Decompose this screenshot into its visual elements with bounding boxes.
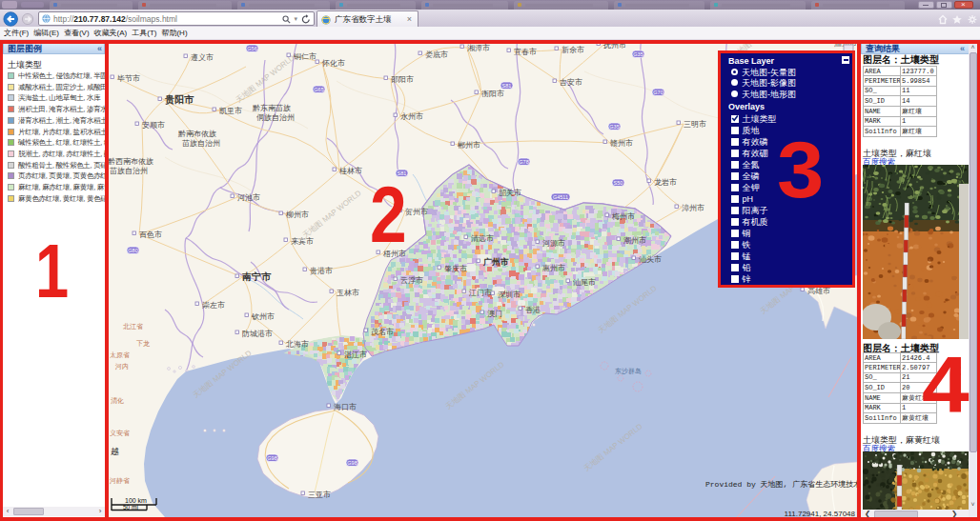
- svg-text:北海市: 北海市: [285, 340, 309, 349]
- svg-text:玉林市: 玉林市: [337, 289, 359, 297]
- svg-text:黔西南布依族: 黔西南布依族: [108, 157, 153, 166]
- svg-text:G70: G70: [653, 90, 663, 95]
- svg-text:三亚市: 三亚市: [308, 491, 331, 499]
- svg-text:遵义市: 遵义市: [191, 53, 214, 62]
- svg-text:新余市: 新余市: [561, 46, 584, 54]
- svg-text:衡阳市: 衡阳市: [481, 90, 504, 98]
- svg-text:梅州市: 梅州市: [611, 212, 635, 221]
- svg-text:宜春市: 宜春市: [514, 48, 537, 56]
- svg-text:苗族自治州: 苗族自治州: [110, 167, 148, 175]
- svg-text:河内: 河内: [114, 363, 129, 371]
- svg-text:汕尾市: 汕尾市: [573, 278, 596, 287]
- svg-text:茂名市: 茂名市: [371, 328, 394, 336]
- svg-text:安顺市: 安顺市: [142, 121, 165, 130]
- svg-text:Provided by 天地图, 广东省生态环境技术研究所: Provided by 天地图, 广东省生态环境技术研究所: [705, 480, 857, 489]
- svg-text:永州市: 永州市: [400, 112, 423, 121]
- svg-text:东沙群岛: 东沙群岛: [615, 368, 642, 375]
- svg-text:北江省: 北江省: [123, 323, 143, 331]
- svg-text:凯里市: 凯里市: [219, 107, 242, 115]
- svg-text:江门市: 江门市: [468, 289, 492, 297]
- svg-text:G78: G78: [519, 159, 528, 165]
- svg-text:侗族自治州: 侗族自治州: [256, 113, 295, 122]
- svg-text:G35: G35: [633, 51, 643, 57]
- svg-text:湛江市: 湛江市: [344, 351, 367, 359]
- svg-text:毕节市: 毕节市: [117, 74, 140, 83]
- svg-text:漳州市: 漳州市: [682, 204, 704, 212]
- svg-text:下龙: 下龙: [136, 340, 150, 347]
- svg-text:惠州市: 惠州市: [541, 264, 565, 272]
- svg-text:韶关市: 韶关市: [499, 189, 521, 197]
- svg-text:吉安市: 吉安市: [560, 78, 582, 87]
- svg-text:潮州市: 潮州市: [623, 236, 646, 245]
- svg-text:云浮市: 云浮市: [400, 276, 423, 285]
- svg-text:清化: 清化: [111, 397, 124, 405]
- svg-text:G4511: G4511: [553, 194, 568, 200]
- svg-text:河池市: 河池市: [237, 193, 260, 202]
- svg-text:百色市: 百色市: [139, 230, 162, 239]
- svg-text:湘潭市: 湘潭市: [467, 44, 490, 52]
- svg-text:龙岩市: 龙岩市: [654, 178, 677, 187]
- svg-text:高雄市: 高雄市: [807, 287, 830, 295]
- svg-text:钦州市: 钦州市: [251, 312, 275, 321]
- svg-text:广州市: 广州市: [482, 257, 509, 267]
- svg-text:汕头市: 汕头市: [639, 255, 662, 264]
- svg-text:崇左市: 崇左市: [202, 301, 225, 310]
- svg-text:南宁市: 南宁市: [242, 271, 272, 282]
- svg-text:郴州市: 郴州市: [458, 141, 480, 150]
- svg-text:G98: G98: [347, 460, 357, 466]
- svg-text:太原省: 太原省: [110, 351, 130, 359]
- svg-text:抚州市: 抚州市: [602, 43, 626, 50]
- svg-text:黔东南苗族: 黔东南苗族: [252, 104, 291, 112]
- svg-text:铜仁市: 铜仁市: [293, 52, 316, 61]
- svg-text:清远市: 清远市: [471, 234, 494, 243]
- svg-text:肇庆市: 肇庆市: [444, 265, 467, 273]
- svg-text:贺州市: 贺州市: [405, 208, 428, 216]
- svg-text:怀化市: 怀化市: [321, 59, 345, 68]
- svg-text:越: 越: [111, 447, 119, 456]
- svg-text:G98: G98: [267, 455, 276, 461]
- svg-text:G35: G35: [609, 124, 619, 130]
- svg-text:111.72941, 24.57048: 111.72941, 24.57048: [785, 510, 856, 517]
- svg-text:河源市: 河源市: [542, 239, 565, 248]
- svg-text:深圳市: 深圳市: [498, 291, 521, 299]
- svg-text:S81: S81: [502, 83, 512, 89]
- svg-text:香港: 香港: [525, 306, 541, 314]
- svg-text:贵阳市: 贵阳市: [164, 94, 194, 105]
- svg-text:苗族自治州: 苗族自治州: [182, 139, 220, 148]
- svg-text:河静省: 河静省: [109, 477, 130, 485]
- svg-text:50 mi: 50 mi: [123, 504, 138, 511]
- svg-text:娄底市: 娄底市: [425, 50, 448, 59]
- svg-text:三明市: 三明市: [684, 120, 706, 129]
- svg-text:S50: S50: [614, 180, 623, 186]
- svg-text:邵阳市: 邵阳市: [391, 75, 414, 84]
- svg-text:海口市: 海口市: [334, 403, 357, 411]
- svg-text:义安省: 义安省: [110, 430, 130, 437]
- svg-text:赣州市: 赣州市: [610, 139, 633, 148]
- svg-text:防城港市: 防城港市: [242, 330, 273, 338]
- svg-text:黔南布依族: 黔南布依族: [177, 130, 216, 138]
- svg-text:柳州市: 柳州市: [286, 210, 309, 219]
- svg-text:G80: G80: [128, 248, 137, 253]
- svg-text:桂林市: 桂林市: [338, 167, 362, 175]
- svg-text:G65: G65: [314, 87, 323, 92]
- svg-text:G56: G56: [247, 46, 256, 51]
- svg-text:澳门: 澳门: [487, 310, 502, 318]
- svg-text:来宾市: 来宾市: [291, 237, 314, 246]
- svg-text:贵港市: 贵港市: [310, 267, 333, 275]
